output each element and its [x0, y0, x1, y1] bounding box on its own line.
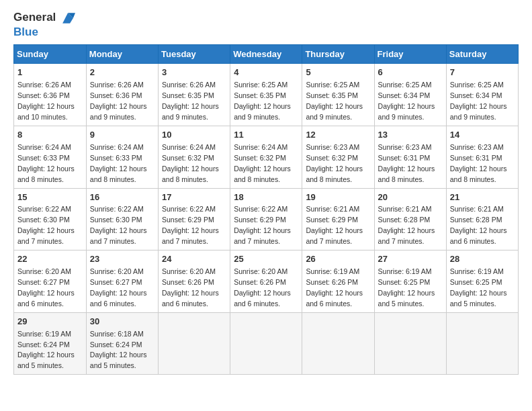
- calendar-cell: 22Sunrise: 6:20 AMSunset: 6:27 PMDayligh…: [14, 250, 87, 313]
- calendar-cell: 5Sunrise: 6:25 AMSunset: 6:35 PMDaylight…: [302, 64, 374, 126]
- daylight-info: Daylight: 12 hours and 9 minutes.: [90, 102, 147, 121]
- calendar-cell: 26Sunrise: 6:19 AMSunset: 6:26 PMDayligh…: [302, 250, 374, 313]
- sunrise-info: Sunrise: 6:25 AM: [306, 81, 359, 89]
- daylight-info: Daylight: 12 hours and 8 minutes.: [306, 165, 363, 183]
- calendar-cell: 12Sunrise: 6:23 AMSunset: 6:32 PMDayligh…: [302, 126, 374, 188]
- day-number: 4: [234, 66, 298, 79]
- sunset-info: Sunset: 6:31 PM: [450, 154, 502, 162]
- calendar-cell: 15Sunrise: 6:22 AMSunset: 6:30 PMDayligh…: [14, 188, 87, 250]
- day-number: 14: [450, 129, 515, 142]
- weekday-header-tuesday: Tuesday: [159, 45, 230, 64]
- calendar-cell: 1Sunrise: 6:26 AMSunset: 6:36 PMDaylight…: [14, 64, 87, 126]
- day-number: 26: [306, 253, 370, 266]
- day-number: 1: [17, 66, 83, 79]
- sunrise-info: Sunrise: 6:20 AM: [17, 267, 71, 275]
- daylight-info: Daylight: 12 hours and 5 minutes.: [450, 289, 507, 308]
- day-number: 12: [306, 129, 370, 142]
- day-number: 18: [234, 191, 298, 204]
- sunset-info: Sunset: 6:24 PM: [17, 340, 70, 349]
- sunrise-info: Sunrise: 6:24 AM: [90, 143, 144, 151]
- calendar-cell: 13Sunrise: 6:23 AMSunset: 6:31 PMDayligh…: [374, 126, 446, 188]
- sunset-info: Sunset: 6:35 PM: [162, 91, 214, 99]
- day-number: 30: [90, 316, 154, 328]
- calendar-cell: 11Sunrise: 6:24 AMSunset: 6:32 PMDayligh…: [230, 126, 302, 188]
- sunset-info: Sunset: 6:26 PM: [306, 278, 358, 286]
- calendar-cell: [159, 312, 230, 375]
- sunset-info: Sunset: 6:26 PM: [162, 278, 214, 286]
- day-number: 28: [450, 253, 515, 266]
- week-row-3: 15Sunrise: 6:22 AMSunset: 6:30 PMDayligh…: [14, 188, 519, 250]
- sunrise-info: Sunrise: 6:23 AM: [450, 143, 504, 151]
- calendar-cell: 3Sunrise: 6:26 AMSunset: 6:35 PMDaylight…: [159, 64, 230, 126]
- daylight-info: Daylight: 12 hours and 6 minutes.: [162, 289, 219, 308]
- sunset-info: Sunset: 6:26 PM: [234, 278, 286, 286]
- sunset-info: Sunset: 6:24 PM: [90, 340, 142, 349]
- sunrise-info: Sunrise: 6:21 AM: [450, 205, 504, 213]
- day-number: 21: [450, 191, 515, 204]
- sunrise-info: Sunrise: 6:23 AM: [306, 143, 359, 151]
- day-number: 9: [90, 129, 154, 142]
- week-row-5: 29Sunrise: 6:19 AMSunset: 6:24 PMDayligh…: [14, 312, 519, 375]
- page: General Blue SundayMondayTuesdayWednesda…: [0, 0, 532, 411]
- day-number: 29: [17, 316, 83, 328]
- sunrise-info: Sunrise: 6:26 AM: [90, 81, 144, 89]
- calendar-cell: 25Sunrise: 6:20 AMSunset: 6:26 PMDayligh…: [230, 250, 302, 313]
- sunset-info: Sunset: 6:36 PM: [17, 91, 70, 99]
- sunset-info: Sunset: 6:34 PM: [450, 91, 502, 99]
- sunset-info: Sunset: 6:29 PM: [234, 216, 286, 224]
- daylight-info: Daylight: 12 hours and 7 minutes.: [17, 226, 75, 245]
- sunset-info: Sunset: 6:25 PM: [450, 278, 502, 286]
- calendar-cell: 19Sunrise: 6:21 AMSunset: 6:29 PMDayligh…: [302, 188, 374, 250]
- calendar-cell: 17Sunrise: 6:22 AMSunset: 6:29 PMDayligh…: [159, 188, 230, 250]
- daylight-info: Daylight: 12 hours and 8 minutes.: [234, 165, 291, 183]
- sunset-info: Sunset: 6:25 PM: [378, 278, 431, 286]
- daylight-info: Daylight: 12 hours and 7 minutes.: [306, 226, 363, 245]
- day-number: 24: [162, 253, 226, 266]
- day-number: 7: [450, 66, 515, 79]
- day-number: 2: [90, 66, 154, 79]
- day-number: 19: [306, 191, 370, 204]
- header: General Blue: [13, 11, 519, 39]
- sunset-info: Sunset: 6:30 PM: [90, 216, 142, 224]
- sunset-info: Sunset: 6:28 PM: [450, 216, 502, 224]
- sunrise-info: Sunrise: 6:20 AM: [234, 267, 287, 275]
- day-number: 10: [162, 129, 226, 142]
- calendar-cell: 7Sunrise: 6:25 AMSunset: 6:34 PMDaylight…: [446, 64, 518, 126]
- day-number: 5: [306, 66, 370, 79]
- calendar-cell: 9Sunrise: 6:24 AMSunset: 6:33 PMDaylight…: [86, 126, 158, 188]
- daylight-info: Daylight: 12 hours and 6 minutes.: [450, 226, 507, 245]
- calendar-cell: 29Sunrise: 6:19 AMSunset: 6:24 PMDayligh…: [14, 312, 87, 375]
- daylight-info: Daylight: 12 hours and 8 minutes.: [90, 165, 147, 183]
- sunset-info: Sunset: 6:30 PM: [17, 216, 70, 224]
- sunset-info: Sunset: 6:35 PM: [306, 91, 358, 99]
- calendar-cell: 10Sunrise: 6:24 AMSunset: 6:32 PMDayligh…: [159, 126, 230, 188]
- calendar-cell: 24Sunrise: 6:20 AMSunset: 6:26 PMDayligh…: [159, 250, 230, 313]
- daylight-info: Daylight: 12 hours and 6 minutes.: [234, 289, 291, 308]
- day-number: 15: [17, 191, 83, 204]
- sunrise-info: Sunrise: 6:22 AM: [234, 205, 287, 213]
- sunset-info: Sunset: 6:27 PM: [17, 278, 70, 286]
- calendar-cell: [446, 312, 518, 375]
- day-number: 3: [162, 66, 226, 79]
- weekday-header-wednesday: Wednesday: [230, 45, 302, 64]
- day-number: 23: [90, 253, 154, 266]
- day-number: 16: [90, 191, 154, 204]
- calendar-cell: 8Sunrise: 6:24 AMSunset: 6:33 PMDaylight…: [14, 126, 87, 188]
- logo-blue: Blue: [13, 26, 75, 39]
- sunrise-info: Sunrise: 6:21 AM: [306, 205, 359, 213]
- sunset-info: Sunset: 6:32 PM: [306, 154, 358, 162]
- week-row-4: 22Sunrise: 6:20 AMSunset: 6:27 PMDayligh…: [14, 250, 519, 313]
- daylight-info: Daylight: 12 hours and 8 minutes.: [378, 165, 435, 183]
- sunset-info: Sunset: 6:33 PM: [90, 154, 142, 162]
- calendar-cell: 4Sunrise: 6:25 AMSunset: 6:35 PMDaylight…: [230, 64, 302, 126]
- sunrise-info: Sunrise: 6:26 AM: [162, 81, 216, 89]
- sunrise-info: Sunrise: 6:19 AM: [17, 330, 71, 338]
- sunrise-info: Sunrise: 6:20 AM: [90, 267, 144, 275]
- sunset-info: Sunset: 6:31 PM: [378, 154, 431, 162]
- sunrise-info: Sunrise: 6:23 AM: [378, 143, 432, 151]
- sunrise-info: Sunrise: 6:25 AM: [234, 81, 287, 89]
- week-row-1: 1Sunrise: 6:26 AMSunset: 6:36 PMDaylight…: [14, 64, 519, 126]
- weekday-header-monday: Monday: [86, 45, 158, 64]
- daylight-info: Daylight: 12 hours and 9 minutes.: [378, 102, 435, 121]
- calendar-cell: 30Sunrise: 6:18 AMSunset: 6:24 PMDayligh…: [86, 312, 158, 375]
